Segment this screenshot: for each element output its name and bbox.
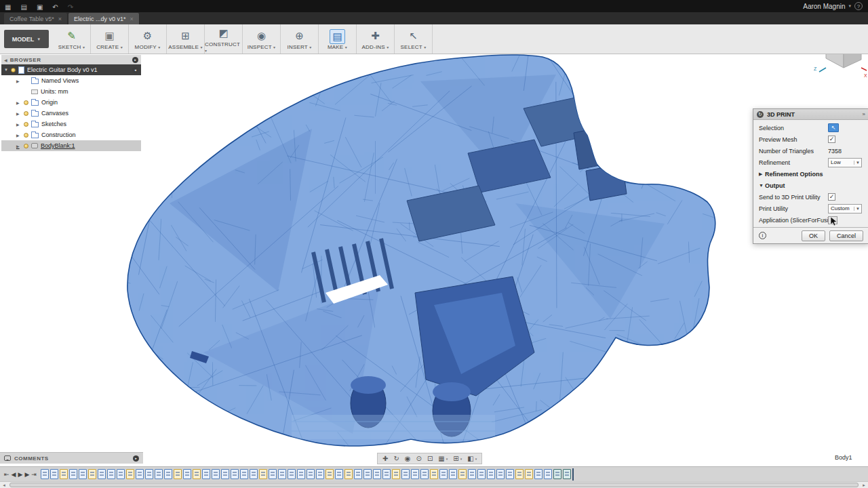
- dropdown[interactable]: Low▼: [828, 158, 862, 167]
- close-icon[interactable]: ×: [58, 16, 62, 22]
- play-icon[interactable]: ▶: [18, 471, 22, 478]
- step-forward-icon[interactable]: ▶: [24, 471, 29, 478]
- expand-icon[interactable]: ▶: [16, 144, 21, 148]
- timeline-feature-icon[interactable]: [401, 469, 410, 479]
- timeline-feature-icon[interactable]: [487, 469, 495, 479]
- collapse-icon[interactable]: ◀: [4, 58, 7, 62]
- grid-layout-icon[interactable]: ⊞▾: [451, 455, 464, 462]
- activate-component-icon[interactable]: ◂: [132, 67, 138, 73]
- panel-options-icon[interactable]: ▸: [133, 455, 139, 462]
- timeline-feature-icon[interactable]: [60, 469, 68, 479]
- skip-to-start-icon[interactable]: ⇤: [4, 471, 9, 478]
- timeline-feature-icon[interactable]: [145, 469, 153, 479]
- timeline-feature-icon[interactable]: [563, 469, 571, 479]
- help-icon[interactable]: ?: [854, 2, 863, 10]
- timeline-feature-icon[interactable]: [458, 469, 467, 479]
- visibility-bulb-icon[interactable]: [24, 122, 28, 127]
- timeline-feature-icon[interactable]: [202, 469, 210, 479]
- timeline-feature-icon[interactable]: [326, 469, 334, 479]
- toolbar-group-construct[interactable]: ◩CONSTRUCT ▾: [205, 24, 243, 54]
- expand-icon[interactable]: ▼: [4, 68, 8, 72]
- visibility-bulb-icon[interactable]: [24, 111, 28, 116]
- timeline-feature-icon[interactable]: [221, 469, 229, 479]
- visibility-bulb-icon[interactable]: [24, 100, 28, 105]
- workspace-selector[interactable]: MODEL ▼: [4, 30, 49, 48]
- checkbox[interactable]: ✓: [828, 136, 835, 143]
- expand-icon[interactable]: ▶: [16, 111, 21, 116]
- timeline-feature-icon[interactable]: [117, 469, 125, 479]
- timeline-feature-icon[interactable]: [240, 469, 248, 479]
- timeline-feature-icon[interactable]: [174, 469, 182, 479]
- timeline-feature-icon[interactable]: [420, 469, 429, 479]
- timeline-feature-icon[interactable]: [231, 469, 239, 479]
- scrollbar-thumb[interactable]: [9, 483, 859, 487]
- timeline-feature-icon[interactable]: [430, 469, 438, 479]
- toolbar-group-make[interactable]: ▤MAKE ▾: [319, 24, 357, 54]
- collapse-dialog-icon[interactable]: »: [863, 111, 865, 117]
- toolbar-group-sketch[interactable]: ✎SKETCH ▾: [53, 24, 91, 54]
- timeline-feature-icon[interactable]: [107, 469, 115, 479]
- timeline-feature-icon[interactable]: [297, 469, 305, 479]
- timeline-feature-icon[interactable]: [278, 469, 286, 479]
- skip-to-end-icon[interactable]: ⇥: [31, 471, 37, 478]
- apps-grid-icon[interactable]: ▦: [0, 3, 16, 11]
- timeline-feature-icon[interactable]: [79, 469, 87, 479]
- selection-tool-button[interactable]: ↖: [828, 123, 839, 132]
- timeline-feature-icon[interactable]: [382, 469, 391, 479]
- zoom-icon[interactable]: ⊙: [414, 455, 424, 462]
- browser-item-sketches[interactable]: ▶Sketches: [1, 119, 141, 129]
- timeline-feature-icon[interactable]: [259, 469, 267, 479]
- timeline-feature-icon[interactable]: [250, 469, 258, 479]
- timeline-feature-icon[interactable]: [41, 469, 49, 479]
- timeline-feature-icon[interactable]: [363, 469, 372, 479]
- timeline-feature-icon[interactable]: [155, 469, 163, 479]
- timeline-feature-icon[interactable]: [544, 469, 552, 479]
- close-icon[interactable]: ×: [130, 16, 134, 22]
- data-panel-icon[interactable]: ▤: [16, 3, 31, 11]
- user-menu[interactable]: Aaron Magnin ▾ ?: [803, 2, 868, 10]
- timeline-feature-icon[interactable]: [468, 469, 476, 479]
- toolbar-group-insert[interactable]: ⊕INSERT ▾: [281, 24, 319, 54]
- expand-icon[interactable]: ▶: [16, 100, 21, 105]
- timeline-feature-icon[interactable]: [373, 469, 381, 479]
- scroll-left-icon[interactable]: ◂: [0, 483, 8, 488]
- section-expanded-icon[interactable]: ▼: [759, 183, 765, 188]
- pan-icon[interactable]: ✚: [380, 455, 390, 462]
- toolbar-group-add-ins[interactable]: ✚ADD-INS ▾: [357, 24, 395, 54]
- browser-item-origin[interactable]: ▶Origin: [1, 97, 141, 108]
- cancel-button[interactable]: Cancel: [829, 230, 863, 241]
- timeline-feature-icon[interactable]: [553, 469, 561, 479]
- timeline-feature-icon[interactable]: [411, 469, 419, 479]
- timeline-feature-icon[interactable]: [439, 469, 448, 479]
- timeline-feature-icon[interactable]: [525, 469, 533, 479]
- timeline-feature-icon[interactable]: [212, 469, 220, 479]
- timeline-feature-icon[interactable]: [288, 469, 296, 479]
- timeline-feature-icon[interactable]: [136, 469, 144, 479]
- dialog-row-refinement-options[interactable]: ▶Refinement Options: [753, 168, 868, 180]
- timeline-feature-icon[interactable]: [449, 469, 457, 479]
- visibility-bulb-icon[interactable]: [24, 144, 28, 148]
- timeline-feature-icon[interactable]: [354, 469, 362, 479]
- timeline-feature-icon[interactable]: [344, 469, 353, 479]
- browser-item-construction[interactable]: ▶Construction: [1, 129, 141, 140]
- browser-item-units-mm[interactable]: ▶Units: mm: [1, 86, 141, 97]
- timeline-feature-icon[interactable]: [126, 469, 134, 479]
- browser-root-item[interactable]: ▼ Electric Guitar Body v0 v1 ◂: [1, 64, 141, 75]
- toolbar-group-assemble[interactable]: ⊞ASSEMBLE ▾: [167, 24, 205, 54]
- browser-item-named-views[interactable]: ▶Named Views: [1, 75, 141, 86]
- timeline-feature-icon[interactable]: [269, 469, 277, 479]
- timeline-feature-icon[interactable]: [88, 469, 96, 479]
- expand-icon[interactable]: ▶: [16, 122, 21, 127]
- orbit-icon[interactable]: ↻: [391, 455, 401, 462]
- step-back-icon[interactable]: ◀: [12, 471, 16, 478]
- fit-icon[interactable]: ⊡: [425, 455, 435, 462]
- tab-coffee-table[interactable]: Coffee Table v5* ×: [4, 13, 67, 24]
- scroll-right-icon[interactable]: ▸: [860, 483, 868, 488]
- timeline-feature-icon[interactable]: [98, 469, 106, 479]
- dropdown[interactable]: Custom▼: [828, 204, 862, 214]
- checkbox[interactable]: ✓: [828, 193, 835, 201]
- browser-item-bodyblank-1[interactable]: ▶BodyBlank:1: [1, 140, 141, 151]
- timeline-feature-icon[interactable]: [496, 469, 505, 479]
- timeline-feature-icon[interactable]: [335, 469, 343, 479]
- panel-options-icon[interactable]: ▸: [132, 57, 138, 63]
